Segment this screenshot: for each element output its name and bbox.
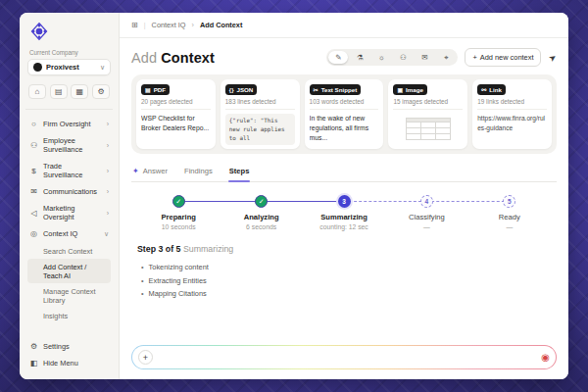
card-preview-code: {"rule": "This new rule applies to all [225, 114, 295, 145]
record-icon[interactable]: ◉ [541, 353, 550, 363]
text-snippet-badge: ✂ Text Snippet [310, 84, 362, 95]
mode-microscope-button[interactable]: ⚗ [350, 51, 369, 64]
card-preview: WSP Checklist for Broker Dealers Repo... [141, 114, 211, 145]
context-iq-icon: ◎ [29, 229, 38, 238]
mode-chat-button[interactable]: ✉ [415, 51, 434, 64]
app-window: Current Company Proxivest ∨ ⌂ ▤ ▦ ⚙ ○ Fi… [20, 13, 568, 379]
step-number: 5 [503, 195, 515, 208]
tab-answer[interactable]: ✦ Answer [131, 163, 169, 181]
step-duration: — [385, 223, 467, 230]
result-tabs: ✦ Answer Findings Steps [131, 163, 557, 182]
sidebar-item-search-context[interactable]: Search Context [27, 243, 111, 259]
employee-icon: ⚇ [29, 141, 38, 150]
send-icon[interactable]: ➤ [547, 51, 559, 64]
breadcrumb: ⊞ | Context IQ › Add Context [120, 13, 568, 38]
home-button[interactable]: ⌂ [28, 84, 46, 99]
divider: | [144, 21, 146, 29]
sidebar-item-context-iq[interactable]: ◎ Context IQ ∨ [27, 225, 111, 242]
plus-icon: + [472, 53, 476, 62]
move-icon: ⌖ [444, 53, 448, 63]
card-pdf[interactable]: ▤ PDF 20 pages detected WSP Checklist fo… [136, 79, 216, 149]
sidebar-item-label: Trade Surveillance [43, 162, 102, 179]
page-title-main: Context [161, 50, 215, 66]
step-detail-title: Step 3 of 5 Summarizing [137, 244, 551, 254]
library-button[interactable]: ▦ [71, 84, 88, 99]
detected-count: 183 lines detected [225, 98, 295, 110]
mode-lightbulb-button[interactable]: ☼ [371, 51, 391, 64]
image-thumbnail [406, 118, 451, 140]
sidebar-item-marketing-oversight[interactable]: ◁ Marketing Oversight › [27, 200, 111, 225]
tab-label: Answer [143, 167, 168, 175]
sidebar-item-employee-surveillance[interactable]: ⚇ Employee Surveillance › [27, 132, 111, 158]
chevron-right-icon: › [107, 168, 109, 174]
sidebar-item-settings[interactable]: ⚙ Settings [27, 338, 111, 355]
sidebar-item-insights[interactable]: Insights [27, 308, 111, 323]
tab-findings[interactable]: Findings [183, 163, 214, 181]
link-badge: ⚯ Link [477, 84, 506, 95]
list-item: • Mapping Citations [141, 289, 551, 298]
add-new-context-button[interactable]: + Add new context [465, 48, 541, 67]
megaphone-icon: ◁ [29, 209, 38, 218]
detected-count: 19 links detected [477, 98, 547, 110]
chevron-right-icon: › [107, 188, 109, 195]
tab-steps[interactable]: Steps [228, 163, 251, 181]
sidebar-item-trade-surveillance[interactable]: $ Trade Surveillance › [27, 158, 111, 183]
mode-move-button[interactable]: ⌖ [436, 51, 456, 64]
card-image[interactable]: ▣ Image 15 images detected [388, 79, 467, 149]
chat-input-bar: + ◉ [131, 345, 557, 369]
detected-count: 103 words detected [310, 98, 379, 110]
card-json[interactable]: {} JSON 183 lines detected {"rule": "Thi… [220, 79, 300, 149]
bullet: • [141, 263, 144, 271]
library-icon: ▦ [76, 87, 84, 96]
badge-label: Link [489, 86, 502, 93]
step-number: 3 [338, 195, 351, 208]
step-detail-number: Step 3 of 5 [137, 244, 180, 254]
card-preview: In the wake of new regulations, all firm… [310, 114, 379, 145]
sidebar-item-hide-menu[interactable]: ◧ Hide Menu [27, 355, 111, 371]
card-preview-link: https://www.finra.org/rules-guidance [477, 114, 547, 133]
step-detail-subtitle: Summarizing [183, 244, 233, 254]
braces-icon: {} [229, 87, 234, 93]
image-badge: ▣ Image [393, 84, 427, 95]
chat-input[interactable] [158, 353, 536, 362]
list-item: • Extracting Entities [141, 276, 551, 285]
hide-menu-icon: ◧ [29, 359, 38, 368]
card-text-snippet[interactable]: ✂ Text Snippet 103 words detected In the… [305, 79, 384, 149]
sidebar-item-manage-context-library[interactable]: Manage Context Library [27, 283, 111, 308]
mode-pen-button[interactable]: ✎ [328, 51, 348, 64]
briefcase-button[interactable]: ▤ [50, 84, 68, 99]
detected-count: 15 images detected [393, 98, 463, 110]
company-label: Current Company [29, 49, 111, 56]
main-content: ⊞ | Context IQ › Add Context Add Context… [120, 13, 568, 379]
list-item-text: Tokenizing content [149, 263, 209, 271]
context-iq-subnav: Search Context Add Context / Teach AI Ma… [27, 243, 111, 323]
grid-icon[interactable]: ⊞ [131, 21, 138, 29]
mode-segmented-control: ✎ ⚗ ☼ ⚇ ✉ ⌖ [326, 49, 458, 66]
card-link[interactable]: ⚯ Link 19 links detected https://www.fin… [472, 79, 552, 149]
mode-robot-button[interactable]: ⚇ [393, 51, 413, 64]
settings-button[interactable]: ⚙ [92, 84, 110, 99]
badge-label: Image [406, 86, 423, 93]
robot-icon: ⚇ [400, 53, 407, 62]
sidebar-item-label: Communications [43, 187, 102, 196]
step-duration: — [468, 223, 551, 230]
chevron-down-icon: ∨ [104, 230, 109, 238]
step-number: 4 [420, 195, 433, 208]
badge-label: JSON [236, 86, 253, 93]
firm-oversight-icon: ○ [29, 120, 38, 128]
sidebar-item-communications[interactable]: ✉ Communications › [27, 183, 111, 200]
step-duration: 10 seconds [137, 223, 220, 230]
sidebar-item-firm-oversight[interactable]: ○ Firm Oversight › [27, 116, 111, 132]
breadcrumb-section[interactable]: Context IQ [152, 21, 186, 29]
chevron-right-icon: › [107, 142, 109, 149]
attach-button[interactable]: + [138, 350, 153, 365]
bullet: • [141, 289, 144, 298]
badge-label: PDF [154, 86, 166, 93]
company-selector[interactable]: Proxivest ∨ [27, 59, 111, 75]
step-duration: 6 seconds [220, 223, 302, 230]
divider [25, 109, 113, 110]
sidebar-item-label: Marketing Oversight [43, 204, 102, 221]
sidebar-item-label: Settings [43, 342, 109, 351]
step-duration: counting: 12 sec [303, 223, 385, 230]
sidebar-item-add-context[interactable]: Add Context / Teach AI [27, 259, 111, 283]
